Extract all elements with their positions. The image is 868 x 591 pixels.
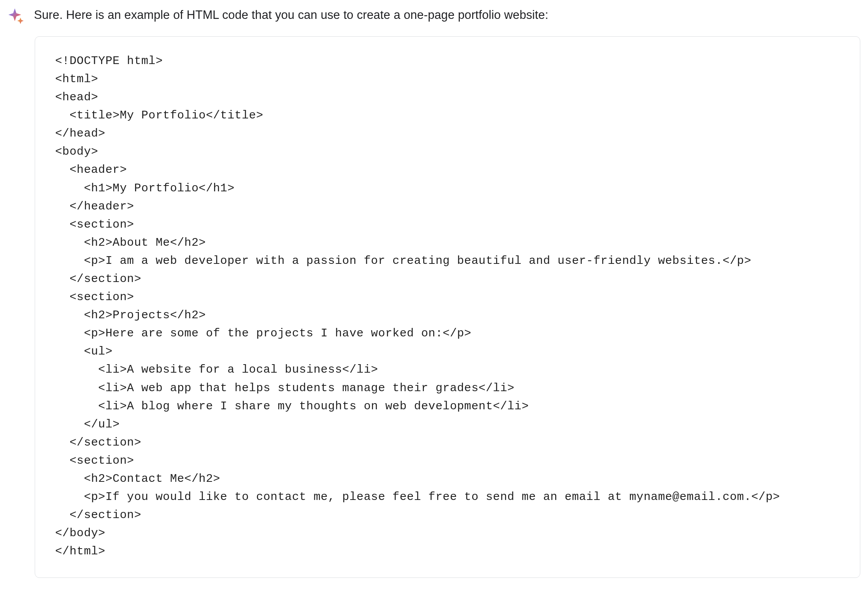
code-block[interactable]: <!DOCTYPE html> <html> <head> <title>My … bbox=[35, 36, 860, 578]
sparkle-icon bbox=[8, 19, 25, 26]
code-text[interactable]: <!DOCTYPE html> <html> <head> <title>My … bbox=[55, 52, 840, 561]
assistant-avatar bbox=[8, 8, 25, 26]
assistant-content: Sure. Here is an example of HTML code th… bbox=[34, 7, 860, 578]
assistant-message: Sure. Here is an example of HTML code th… bbox=[8, 7, 860, 578]
intro-text: Sure. Here is an example of HTML code th… bbox=[34, 7, 860, 23]
